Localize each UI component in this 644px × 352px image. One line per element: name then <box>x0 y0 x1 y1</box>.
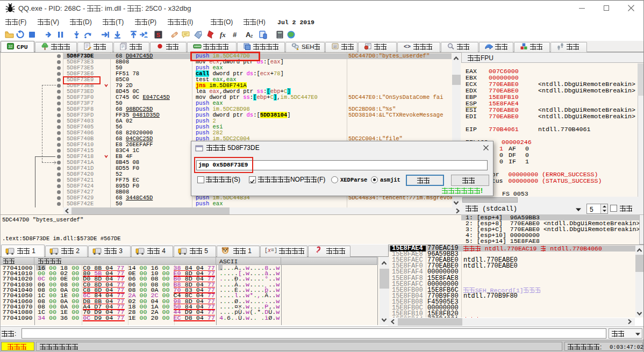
svg-text:S: S <box>156 32 160 38</box>
svg-text:z: z <box>251 33 253 39</box>
svg-text:fx: fx <box>220 31 226 39</box>
svg-text:32: 32 <box>9 45 13 48</box>
svg-text:#: # <box>233 31 237 39</box>
svg-text:<>: <> <box>404 43 411 49</box>
svg-text:<>: <> <box>333 46 338 49</box>
